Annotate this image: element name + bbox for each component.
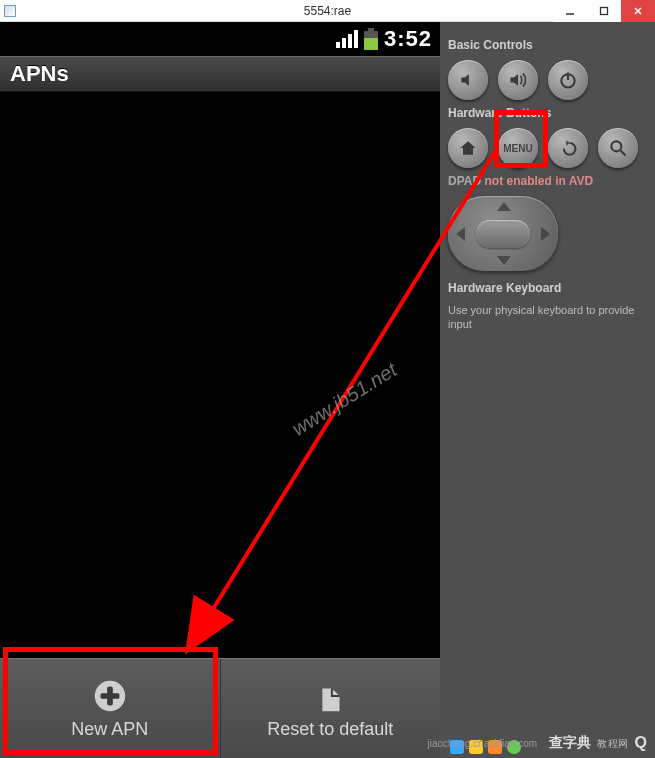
volume-up-icon [508, 70, 528, 90]
tray-icon [488, 740, 502, 754]
close-button[interactable] [621, 0, 655, 22]
volume-up-button[interactable] [498, 60, 538, 100]
dpad-label: DPAD [448, 174, 481, 188]
svg-rect-6 [100, 693, 119, 699]
battery-icon [364, 28, 378, 50]
menu-item-new-apn[interactable]: New APN [0, 659, 221, 758]
dpad-center [476, 220, 530, 248]
minimize-icon [565, 6, 575, 16]
home-button[interactable] [448, 128, 488, 168]
close-icon [633, 6, 643, 16]
tray-icon [469, 740, 483, 754]
menu-item-label: New APN [71, 719, 148, 740]
status-time: 3:52 [384, 26, 432, 52]
hw-keyboard-note: Use your physical keyboard to provide in… [448, 303, 647, 332]
signal-icon [336, 30, 358, 48]
window-controls [553, 0, 655, 21]
search-button[interactable] [598, 128, 638, 168]
volume-down-button[interactable] [448, 60, 488, 100]
plus-circle-icon [91, 677, 129, 715]
menu-button[interactable]: MENU [498, 128, 538, 168]
app-icon [4, 5, 16, 17]
page-title: APNs [0, 56, 440, 92]
menu-button-label: MENU [503, 143, 532, 154]
svg-line-10 [621, 151, 626, 156]
dpad-status: not enabled in AVD [484, 174, 593, 188]
dpad-left-icon [456, 227, 465, 241]
dpad-section: DPAD not enabled in AVD [448, 174, 647, 188]
dpad-down-icon [497, 256, 511, 265]
tray-icon [450, 740, 464, 754]
hardware-buttons-title: Hardware Buttons [448, 106, 647, 120]
home-icon [458, 138, 478, 158]
dpad-up-icon [497, 202, 511, 211]
window-title: 5554:rae [304, 4, 351, 18]
hw-keyboard-title: Hardware Keyboard [448, 281, 647, 295]
status-bar: 3:52 [0, 22, 440, 56]
power-icon [558, 70, 578, 90]
maximize-icon [599, 6, 609, 16]
dpad-control [448, 196, 558, 271]
options-menu: New APN Reset to default [0, 658, 440, 758]
back-button[interactable] [548, 128, 588, 168]
volume-down-icon [458, 70, 478, 90]
basic-controls-title: Basic Controls [448, 38, 647, 52]
menu-item-reset[interactable]: Reset to default [221, 659, 441, 758]
maximize-button[interactable] [587, 0, 621, 22]
minimize-button[interactable] [553, 0, 587, 22]
reset-icon [311, 677, 349, 715]
window-titlebar: 5554:rae [0, 0, 655, 22]
emulator-control-panel: Basic Controls Hardware Buttons MENU [440, 22, 655, 758]
svg-point-9 [611, 141, 621, 151]
menu-item-label: Reset to default [267, 719, 393, 740]
tray-icon [507, 740, 521, 754]
system-tray-icons [450, 740, 521, 754]
back-icon [558, 138, 578, 158]
power-button[interactable] [548, 60, 588, 100]
svg-rect-1 [601, 8, 608, 15]
search-icon [608, 138, 628, 158]
dpad-right-icon [541, 227, 550, 241]
